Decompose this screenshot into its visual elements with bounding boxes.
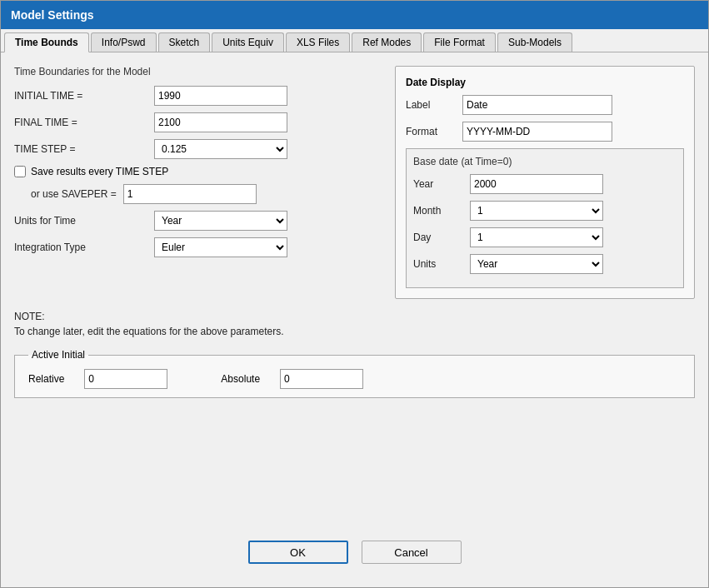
day-select[interactable]: 1234567891011121314151617181920212223242… [470, 227, 603, 247]
day-row: Day 123456789101112131415161718192021222… [413, 227, 677, 247]
format-row: Format [406, 122, 684, 142]
initial-time-label: INITIAL TIME = [14, 90, 147, 102]
absolute-label: Absolute [221, 373, 260, 385]
units-time-select[interactable]: YearMonthDayHour [154, 211, 287, 231]
final-time-row: FINAL TIME = [14, 112, 382, 132]
tab-sketch[interactable]: Sketch [158, 32, 211, 52]
month-label: Month [413, 205, 463, 217]
label-label: Label [406, 99, 456, 111]
units-time-label: Units for Time [14, 215, 147, 227]
title-bar: Model Settings [1, 1, 708, 29]
relative-input[interactable] [84, 369, 167, 389]
base-units-select[interactable]: YearMonthDay [470, 254, 603, 274]
day-label: Day [413, 232, 463, 243]
integration-select[interactable]: EulerRK4 [154, 237, 287, 257]
ok-button[interactable]: OK [248, 541, 348, 564]
cancel-button[interactable]: Cancel [362, 541, 462, 564]
model-settings-window: Model Settings Time Bounds Info/Pswd Ske… [0, 0, 709, 588]
tab-units-equiv[interactable]: Units Equiv [212, 32, 284, 52]
year-input[interactable] [470, 174, 603, 194]
units-time-row: Units for Time YearMonthDayHour [14, 211, 382, 231]
label-row: Label [406, 95, 684, 115]
format-input[interactable] [462, 122, 612, 142]
base-units-label: Units [413, 258, 463, 270]
integration-row: Integration Type EulerRK4 [14, 237, 382, 257]
active-initial-box: Active Initial Relative Absolute [14, 349, 695, 398]
saveper-label: or use SAVEPER = [31, 188, 117, 200]
main-row: Time Boundaries for the Model INITIAL TI… [14, 66, 695, 299]
active-initial-legend: Active Initial [28, 349, 88, 361]
button-bar: OK Cancel [14, 531, 695, 574]
saveper-row: or use SAVEPER = [31, 184, 382, 204]
base-date-box: Base date (at Time=0) Year Month 1234567… [406, 148, 684, 288]
tab-ref-modes[interactable]: Ref Modes [352, 32, 422, 52]
initial-time-input[interactable] [154, 86, 287, 106]
content-area: Time Boundaries for the Model INITIAL TI… [1, 52, 708, 587]
note-line1: NOTE: [14, 309, 695, 324]
base-date-title: Base date (at Time=0) [413, 156, 677, 167]
active-initial-row: Relative Absolute [28, 369, 681, 389]
timestep-select[interactable]: 0.1250.250.51 [154, 139, 287, 159]
left-panel: Time Boundaries for the Model INITIAL TI… [14, 66, 382, 299]
right-panel: Date Display Label Format Base date (at … [395, 66, 695, 299]
month-row: Month 123456789101112 [413, 201, 677, 221]
initial-time-row: INITIAL TIME = [14, 86, 382, 106]
month-select[interactable]: 123456789101112 [470, 201, 603, 221]
save-checkbox-label: Save results every TIME STEP [31, 166, 168, 177]
absolute-input[interactable] [280, 369, 363, 389]
note-section: NOTE: To change later, edit the equation… [14, 309, 695, 339]
format-label: Format [406, 126, 456, 137]
timestep-label: TIME STEP = [14, 143, 147, 155]
units-row: Units YearMonthDay [413, 254, 677, 274]
timestep-row: TIME STEP = 0.1250.250.51 [14, 139, 382, 159]
integration-label: Integration Type [14, 242, 147, 253]
tab-time-bounds[interactable]: Time Bounds [4, 32, 89, 52]
tab-sub-models[interactable]: Sub-Models [497, 32, 572, 52]
final-time-label: FINAL TIME = [14, 117, 147, 128]
final-time-input[interactable] [154, 112, 287, 132]
date-display-title: Date Display [406, 77, 684, 88]
tab-bar: Time Bounds Info/Pswd Sketch Units Equiv… [1, 29, 708, 52]
tab-info-pswd[interactable]: Info/Pswd [91, 32, 157, 52]
window-title: Model Settings [11, 8, 94, 22]
label-input[interactable] [462, 95, 612, 115]
tab-xls-files[interactable]: XLS Files [286, 32, 350, 52]
tab-file-format[interactable]: File Format [423, 32, 496, 52]
saveper-input[interactable] [123, 184, 257, 204]
note-line2: To change later, edit the equations for … [14, 324, 695, 339]
year-label: Year [413, 178, 463, 190]
save-checkbox[interactable] [14, 166, 26, 177]
relative-label: Relative [28, 373, 64, 385]
save-checkbox-row: Save results every TIME STEP [14, 166, 382, 177]
time-boundaries-title: Time Boundaries for the Model [14, 66, 382, 77]
year-row: Year [413, 174, 677, 194]
